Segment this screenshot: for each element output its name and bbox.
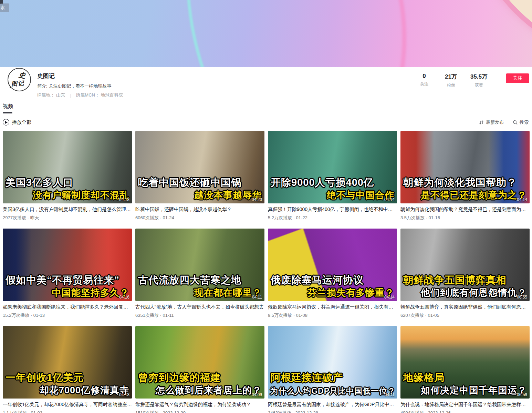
video-stats: 2977次播放 · 昨天 xyxy=(3,215,132,221)
sort-label: 最新发布 xyxy=(486,119,504,125)
video-card[interactable]: 假如中美“不再贸易往来” 中国能坚持多久？ 04:16 如果老美彻底和我国断绝往… xyxy=(3,229,132,319)
tab-videos[interactable]: 视频 xyxy=(3,103,13,113)
thumbnail-overlay-line2: 是不得已还是刻意为之？ xyxy=(421,189,527,201)
video-stats: 5.2万次播放 · 01-22 xyxy=(268,215,397,221)
stat-likes-value: 35.5万 xyxy=(470,73,488,81)
thumbnail-overlay-line2: 他们到底有何恩怨情仇？ xyxy=(421,286,527,299)
thumbnail-overlay-line1: 朝鲜战争五国博弈真相 xyxy=(403,273,507,287)
video-card[interactable]: 朝鲜为何淡化我国帮助？ 是不得已还是刻意为之？ 04:14 朝鲜为何淡化我国的帮… xyxy=(400,131,530,221)
video-thumbnail[interactable]: 吃着中国饭还砸中国锅 越没本事越辱华 04:20 xyxy=(135,131,264,203)
stat-following[interactable]: 0 关注 xyxy=(417,73,432,87)
video-title[interactable]: 一年创收1亿美元，却花7000亿修清真寺，可同时容纳整座城的人 xyxy=(3,402,132,408)
video-title[interactable]: 吃着中国饭，还砸中国锅，越没本事越仇华？ xyxy=(135,206,264,213)
thumbnail-overlay-line2: 芬兰损失有多惨重？ xyxy=(307,286,394,299)
profile-info: 史图记 简介: 关注史图记，看不一样地理故事 IP属地： 山东 | 所属MCN：… xyxy=(37,69,123,98)
tab-active-underline xyxy=(3,112,12,113)
video-title[interactable]: 古代四大“流放”地，古人宁愿斩头也不去，如今挤破头都想去 xyxy=(135,304,264,310)
avatar-char-bottom: 图记 xyxy=(11,79,25,88)
thumbnail-overlay-line1: 地缘格局 xyxy=(403,371,445,385)
video-stats: 3.5万次播放 · 01-16 xyxy=(400,215,530,221)
search-control[interactable]: 搜索 xyxy=(513,119,529,125)
video-card[interactable]: 吃着中国饭还砸中国锅 越没本事越辱华 04:20 吃着中国饭，还砸中国锅，越没本… xyxy=(135,131,264,221)
video-thumbnail[interactable]: 美国3亿多人口 没有户籍制度却不混乱 04:13 xyxy=(3,131,132,203)
video-title[interactable]: 美国3亿多人口，没有户籍制度却不混乱，他们是怎么管理的？ xyxy=(3,206,132,213)
profile-meta: IP属地： 山东 | 所属MCN： 地球百科院 xyxy=(37,92,123,98)
search-label: 搜索 xyxy=(520,119,529,125)
video-thumbnail[interactable]: 一年创收1亿美元 却花7000亿修清真寺 04:13 xyxy=(3,326,132,399)
video-thumbnail[interactable]: 阿根廷接连破产 为什么人均GDP只比中国低一位？ 04:11 xyxy=(268,326,397,399)
video-thumbnail[interactable]: 开除9000人亏损400亿 绝不与中国合作 04:14 xyxy=(268,131,397,203)
video-duration: 04:11 xyxy=(385,392,395,397)
profile-header: 史 图记 史图记 简介: 关注史图记，看不一样地理故事 IP属地： 山东 | 所… xyxy=(0,67,532,98)
video-thumbnail[interactable]: 古代流放四大苦寒之地 现在都在哪里？ 04:11 xyxy=(135,229,264,301)
video-duration: 06:59 xyxy=(517,392,527,397)
video-stats: 6207次播放 · 01-05 xyxy=(400,312,530,319)
video-stats: 1.1万次播放 · 01-03 xyxy=(3,410,132,413)
video-duration: 04:16 xyxy=(119,295,129,300)
video-title[interactable]: 俄欲废除塞马运河协议，芬兰海运通道一但关闭，损失有多惨重？ xyxy=(268,304,397,310)
mcn-label: 所属MCN： 地球百科院 xyxy=(76,92,123,98)
thumbnail-overlay-line2: 怎么做到后来者居上的？ xyxy=(156,384,262,396)
video-title[interactable]: 朝鲜战争五国博弈，真实原因绝非偶然，他们到底有何恩怨情仇？ xyxy=(400,304,530,310)
video-title[interactable]: 朝鲜为何淡化我国的帮助？究竟是不得已，还是刻意而为之？ xyxy=(400,206,530,213)
video-stats: 6351次播放 · 01-11 xyxy=(135,312,264,319)
video-duration: 04:14 xyxy=(384,295,395,300)
stat-likes[interactable]: 35.5万 获赞 xyxy=(470,73,488,88)
video-title[interactable]: 为什么说：地缘格局决定中国千年国运？给我国带来怎样的影响？ xyxy=(400,402,530,408)
video-card[interactable]: 开除9000人亏损400亿 绝不与中国合作 04:14 真倔强！开除9000人亏… xyxy=(268,131,397,221)
tab-bar: 视频 xyxy=(0,98,532,113)
video-duration: 04:09 xyxy=(252,392,262,397)
meta-divider: | xyxy=(70,93,71,98)
search-overlay-chip[interactable]: 索 xyxy=(0,3,9,12)
stat-followers-value: 21万 xyxy=(444,73,459,81)
thumbnail-overlay-line1: 曾穷到边缘的福建 xyxy=(138,371,221,385)
video-stats: 4994次播放 · 2023-12-26 xyxy=(400,410,530,413)
video-thumbnail[interactable]: 朝鲜战争五国博弈真相 他们到底有何恩怨情仇？ 06:55 xyxy=(400,229,530,301)
play-all-button[interactable]: 播放全部 xyxy=(3,119,31,125)
sort-icon xyxy=(479,120,484,125)
video-card[interactable]: 俄废除塞马运河协议 芬兰损失有多惨重？ 04:14 俄欲废除塞马运河协议，芬兰海… xyxy=(268,229,397,319)
video-thumbnail[interactable]: 假如中美“不再贸易往来” 中国能坚持多久？ 04:16 xyxy=(3,229,132,301)
video-card[interactable]: 地缘格局 如何决定中国千年国运？ 06:59 为什么说：地缘格局决定中国千年国运… xyxy=(400,326,530,413)
video-title[interactable]: 真倔强！开除9000人亏损400亿，宁愿倒闭，也绝不和中国合作 xyxy=(268,206,397,213)
video-duration: 04:14 xyxy=(384,197,395,202)
stat-followers[interactable]: 21万 粉丝 xyxy=(444,73,459,88)
video-stats: 15.2万次播放 · 01-13 xyxy=(3,312,132,319)
follow-button[interactable]: 关注 xyxy=(506,73,529,83)
profile-name: 史图记 xyxy=(37,72,123,80)
play-circle-icon xyxy=(3,119,9,125)
stat-following-value: 0 xyxy=(417,73,432,80)
video-card[interactable]: 美国3亿多人口 没有户籍制度却不混乱 04:13 美国3亿多人口，没有户籍制度却… xyxy=(3,131,132,221)
video-card[interactable]: 一年创收1亿美元 却花7000亿修清真寺 04:13 一年创收1亿美元，却花70… xyxy=(3,326,132,413)
sort-control[interactable]: 最新发布 xyxy=(479,119,504,125)
video-toolbar: 播放全部 最新发布 搜索 xyxy=(0,113,532,125)
video-title[interactable]: 阿根廷曾是最富有的国家，却接连破产，为何GDP只比中国低一位？ xyxy=(268,402,397,408)
profile-banner: 索 xyxy=(0,0,532,67)
video-card[interactable]: 阿根廷接连破产 为什么人均GDP只比中国低一位？ 04:11 阿根廷曾是最富有的… xyxy=(268,326,397,413)
video-stats: 6060次播放 · 01-24 xyxy=(135,215,264,221)
tab-videos-label: 视频 xyxy=(3,103,13,110)
stat-following-label: 关注 xyxy=(417,81,432,87)
thumbnail-overlay-line1: 美国3亿多人口 xyxy=(6,176,73,190)
video-thumbnail[interactable]: 俄废除塞马运河协议 芬兰损失有多惨重？ 04:14 xyxy=(268,229,397,301)
video-title[interactable]: 如果老美彻底和我国断绝往来，我们能撑多久？老外回复太扎心了 xyxy=(3,304,132,310)
thumbnail-overlay-line2: 却花7000亿修清真寺 xyxy=(40,384,129,396)
video-card[interactable]: 朝鲜战争五国博弈真相 他们到底有何恩怨情仇？ 06:55 朝鲜战争五国博弈，真实… xyxy=(400,229,530,319)
video-duration: 06:55 xyxy=(517,295,527,300)
video-thumbnail[interactable]: 朝鲜为何淡化我国帮助？ 是不得已还是刻意为之？ 04:14 xyxy=(400,131,530,203)
video-thumbnail[interactable]: 曾穷到边缘的福建 怎么做到后来者居上的？ 04:09 xyxy=(135,326,264,399)
thumbnail-overlay-line1: 俄废除塞马运河协议 xyxy=(271,273,364,287)
avatar[interactable]: 史 图记 xyxy=(8,68,31,91)
thumbnail-overlay-line1: 开除9000人亏损400亿 xyxy=(271,176,374,190)
video-duration: 04:13 xyxy=(119,392,129,397)
video-duration: 04:14 xyxy=(517,197,527,202)
video-title[interactable]: 靠拼还是靠运气？曾穷到边缘的福建，为何逆袭成功？ xyxy=(135,402,264,408)
play-all-label: 播放全部 xyxy=(12,119,31,125)
thumbnail-overlay-line1: 古代流放四大苦寒之地 xyxy=(138,273,241,287)
profile-intro: 简介: 关注史图记，看不一样地理故事 xyxy=(37,83,123,89)
video-thumbnail[interactable]: 地缘格局 如何决定中国千年国运？ 06:59 xyxy=(400,326,530,399)
thumbnail-overlay-line2: 没有户籍制度却不混乱 xyxy=(33,189,129,201)
video-card[interactable]: 曾穷到边缘的福建 怎么做到后来者居上的？ 04:09 靠拼还是靠运气？曾穷到边缘… xyxy=(135,326,264,413)
stat-likes-label: 获赞 xyxy=(470,82,488,88)
video-card[interactable]: 古代流放四大苦寒之地 现在都在哪里？ 04:11 古代四大“流放”地，古人宁愿斩… xyxy=(135,229,264,319)
